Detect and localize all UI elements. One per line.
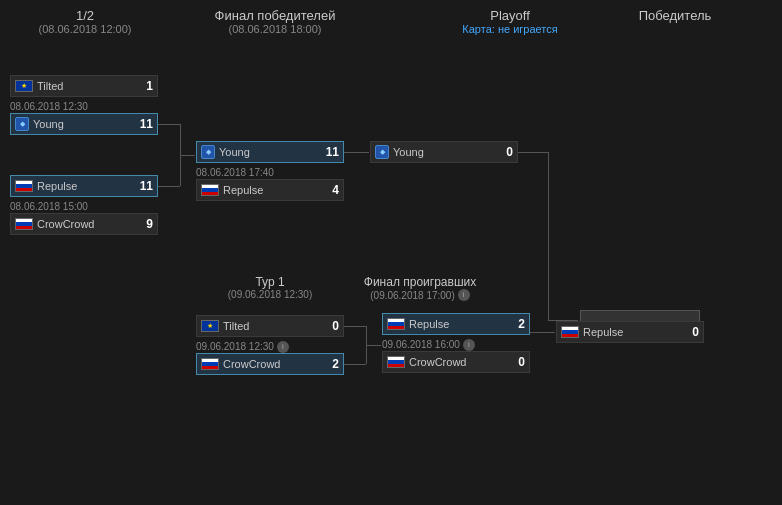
wf-team1-row: Young 11 (196, 141, 344, 163)
lf-date-row: 09.06.2018 16:00 i (382, 337, 475, 352)
lf-team2-name: CrowCrowd (409, 356, 507, 368)
header-half-title: 1/2 (5, 8, 165, 23)
line-wf-h (180, 155, 195, 156)
lf-date: 09.06.2018 16:00 (382, 339, 460, 350)
line-lr1-lf-h2 (344, 326, 366, 327)
lr1-team2-name: CrowCrowd (223, 358, 321, 370)
bracket-container: 1/2 (08.06.2018 12:00) Финал победителей… (0, 0, 782, 505)
wf-team1-name: Young (219, 146, 321, 158)
lr1-team1-score: 0 (321, 319, 339, 333)
half2-team2-score: 9 (135, 217, 153, 231)
playoff-team1-name: Young (393, 146, 495, 158)
half2-team1-row: Repulse 11 (10, 175, 158, 197)
half1-team2-icon (15, 117, 29, 131)
line-lr1-lf-h3 (366, 345, 381, 346)
half2-team2-row: CrowCrowd 9 (10, 213, 158, 235)
wf-team1-score: 11 (321, 145, 339, 159)
wf-team1-icon (201, 145, 215, 159)
half1-team2-score: 11 (135, 117, 153, 131)
lfr-team1-name: Repulse (583, 326, 681, 338)
wf-date: 08.06.2018 17:40 (196, 167, 274, 178)
half2-date: 08.06.2018 15:00 (10, 201, 88, 212)
half2-team1-flag (15, 180, 33, 192)
playoff-team1-score: 0 (495, 145, 513, 159)
header-playoff: Playoff Карта: не играется (425, 8, 595, 45)
header-wf-title: Финал победителей (185, 8, 365, 23)
lfr-team1-flag (561, 326, 579, 338)
wf-team2-flag (201, 184, 219, 196)
wf-team2-name: Repulse (223, 184, 321, 196)
header-wf-subtitle: (08.06.2018 18:00) (185, 23, 365, 35)
half2-team1-name: Repulse (37, 180, 135, 192)
lr1-team2-score: 2 (321, 357, 339, 371)
lr1-team2-flag (201, 358, 219, 370)
losers-r1-title: Тур 1 (196, 275, 344, 289)
half2-team2-flag (15, 218, 33, 230)
header-winner-title: Победитель (625, 8, 725, 23)
lf-team1-name: Repulse (409, 318, 507, 330)
lfr-team1-score: 0 (681, 325, 699, 339)
header-winner: Победитель (625, 8, 725, 45)
lr1-team2-row: CrowCrowd 2 (196, 353, 344, 375)
lfr-team1-row: Repulse 0 (556, 321, 704, 343)
losers-final-title: Финал проигравших (340, 275, 500, 289)
half1-team1-score: 1 (135, 79, 153, 93)
header-playoff-title: Playoff (425, 8, 595, 23)
half2-team2-name: CrowCrowd (37, 218, 135, 230)
half1-date: 08.06.2018 12:30 (10, 101, 88, 112)
playoff-team1-row: Young 0 (370, 141, 518, 163)
lr1-team1-row: Tilted 0 (196, 315, 344, 337)
lr1-team1-flag (201, 320, 219, 332)
lf-team1-score: 2 (507, 317, 525, 331)
losers-final-header: Финал проигравших (09.06.2018 17:00) i (340, 275, 500, 301)
header-winners-final: Финал победителей (08.06.2018 18:00) (185, 8, 365, 45)
lf-team2-row: CrowCrowd 0 (382, 351, 530, 373)
lf-team2-flag (387, 356, 405, 368)
half1-team2-name: Young (33, 118, 135, 130)
half2-team1-score: 11 (135, 179, 153, 193)
wf-team2-score: 4 (321, 183, 339, 197)
half1-team1-flag (15, 80, 33, 92)
half1-team2-row: Young 11 (10, 113, 158, 135)
line-half2-h (158, 186, 180, 187)
line-lr1-lf-h (344, 364, 366, 365)
lf-info-icon[interactable]: i (463, 339, 475, 351)
line-half1-h (158, 124, 180, 125)
header-playoff-subtitle: Карта: не играется (425, 23, 595, 35)
lr1-info-icon[interactable]: i (277, 341, 289, 353)
header-half-subtitle: (08.06.2018 12:00) (5, 23, 165, 35)
line-playoff-winner-h (518, 152, 548, 153)
losers-r1-subtitle: (09.06.2018 12:30) (196, 289, 344, 300)
header-half: 1/2 (08.06.2018 12:00) (5, 8, 165, 45)
half1-team1-row: Tilted 1 (10, 75, 158, 97)
losers-r1-header: Тур 1 (09.06.2018 12:30) (196, 275, 344, 300)
losers-final-info-icon[interactable]: i (458, 289, 470, 301)
lf-team2-score: 0 (507, 355, 525, 369)
headers-row: 1/2 (08.06.2018 12:00) Финал победителей… (0, 0, 782, 45)
bracket-body: Tilted 1 08.06.2018 12:30 Young 11 Repul… (0, 45, 782, 505)
lf-team1-flag (387, 318, 405, 330)
line-playoff-v (548, 152, 549, 320)
lf-team1-row: Repulse 2 (382, 313, 530, 335)
half1-team1-name: Tilted (37, 80, 135, 92)
line-wf-playoff-h (344, 152, 369, 153)
line-lf-lfr-h (530, 332, 555, 333)
losers-final-subtitle: (09.06.2018 17:00) (370, 290, 455, 301)
lr1-date: 09.06.2018 12:30 (196, 341, 274, 352)
wf-team2-row: Repulse 4 (196, 179, 344, 201)
lr1-date-row: 09.06.2018 12:30 i (196, 339, 289, 354)
lr1-team1-name: Tilted (223, 320, 321, 332)
playoff-team1-icon (375, 145, 389, 159)
